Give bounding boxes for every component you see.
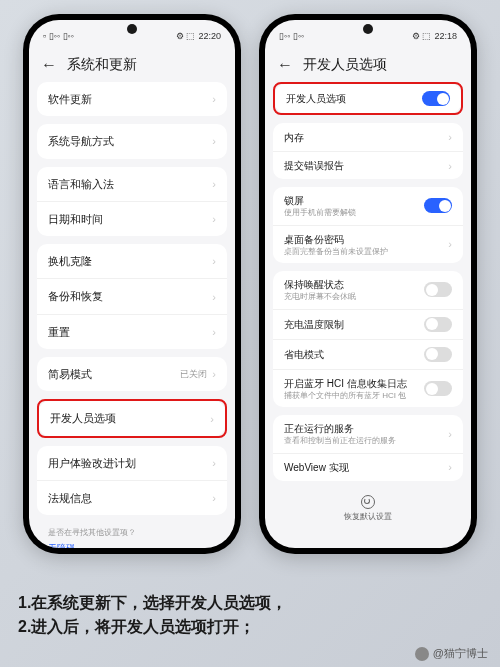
chevron-right-icon: › xyxy=(212,178,216,190)
row-label: 用户体验改进计划 xyxy=(48,456,212,470)
dev-option-row[interactable]: 锁屏使用手机前需要解锁 xyxy=(273,187,463,225)
header: ← 系统和更新 xyxy=(29,48,235,82)
settings-row[interactable]: 开发人员选项› xyxy=(39,401,225,435)
chevron-right-icon: › xyxy=(212,368,216,380)
dev-option-row[interactable]: 桌面备份密码桌面完整备份当前未设置保护› xyxy=(273,225,463,264)
watermark: @猫宁博士 xyxy=(415,646,488,661)
chevron-right-icon: › xyxy=(448,131,452,143)
instruction-line-2: 2.进入后，将开发人员选项打开； xyxy=(18,615,482,639)
settings-row[interactable]: 简易模式已关闭› xyxy=(37,357,227,391)
row-label: 锁屏 xyxy=(284,194,424,207)
status-time: 22:18 xyxy=(434,31,457,41)
instruction-line-1: 1.在系统更新下，选择开发人员选项， xyxy=(18,591,482,615)
status-right: ⚙ ⬚ 22:18 xyxy=(412,31,457,41)
settings-row[interactable]: 语言和输入法› xyxy=(37,167,227,201)
row-label: 桌面备份密码 xyxy=(284,233,448,246)
chevron-right-icon: › xyxy=(448,428,452,440)
developer-options-list: 开发人员选项内存›提交错误报告›锁屏使用手机前需要解锁桌面备份密码桌面完整备份当… xyxy=(265,82,471,548)
row-label: 备份和恢复 xyxy=(48,289,212,303)
row-label: 开发人员选项 xyxy=(50,411,210,425)
row-subtitle: 充电时屏幕不会休眠 xyxy=(284,292,424,302)
chevron-right-icon: › xyxy=(212,213,216,225)
settings-row[interactable]: 备份和恢复› xyxy=(37,278,227,313)
toggle[interactable] xyxy=(424,282,452,297)
camera-icon xyxy=(127,24,137,34)
highlight-box: 开发人员选项› xyxy=(37,399,227,437)
row-label: 内存 xyxy=(284,131,448,144)
settings-row[interactable]: 软件更新› xyxy=(37,82,227,116)
settings-row[interactable]: 日期和时间› xyxy=(37,201,227,236)
dev-option-row[interactable]: 开发人员选项 xyxy=(275,84,461,113)
screen-right: ▯◦◦ ▯◦◦ ⚙ ⬚ 22:18 ← 开发人员选项 开发人员选项内存›提交错误… xyxy=(265,20,471,548)
search-hint: 是否在寻找其他设置项？ xyxy=(37,523,227,540)
chevron-right-icon: › xyxy=(212,255,216,267)
row-label: 系统导航方式 xyxy=(48,134,212,148)
restore-defaults-button[interactable]: 恢复默认设置 xyxy=(273,489,463,528)
chevron-right-icon: › xyxy=(212,93,216,105)
status-right: ⚙ ⬚ 22:20 xyxy=(176,31,221,41)
row-label: 语言和输入法 xyxy=(48,177,212,191)
toggle[interactable] xyxy=(424,198,452,213)
settings-row[interactable]: 系统导航方式› xyxy=(37,124,227,158)
screen-left: ▫ ▯◦◦ ▯◦◦ ⚙ ⬚ 22:20 ← 系统和更新 软件更新›系统导航方式›… xyxy=(29,20,235,548)
row-label: 提交错误报告 xyxy=(284,159,448,172)
chevron-right-icon: › xyxy=(210,413,214,425)
chevron-right-icon: › xyxy=(448,461,452,473)
highlight-box: 开发人员选项 xyxy=(273,82,463,115)
row-label: 保持唤醒状态 xyxy=(284,278,424,291)
dev-option-row[interactable]: 省电模式 xyxy=(273,339,463,369)
phone-left: ▫ ▯◦◦ ▯◦◦ ⚙ ⬚ 22:20 ← 系统和更新 软件更新›系统导航方式›… xyxy=(23,14,241,554)
row-subtitle: 使用手机前需要解锁 xyxy=(284,208,424,218)
row-subtitle: 查看和控制当前正在运行的服务 xyxy=(284,436,448,446)
restore-icon xyxy=(361,495,375,509)
settings-row[interactable]: 法规信息› xyxy=(37,480,227,515)
page-title: 开发人员选项 xyxy=(303,56,387,74)
settings-row[interactable]: 用户体验改进计划› xyxy=(37,446,227,480)
chevron-right-icon: › xyxy=(448,160,452,172)
accessibility-link[interactable]: 无障碍 xyxy=(37,540,227,548)
dev-option-row[interactable]: 充电温度限制 xyxy=(273,309,463,339)
watermark-text: @猫宁博士 xyxy=(433,646,488,661)
dev-option-row[interactable]: 提交错误报告› xyxy=(273,151,463,179)
restore-label: 恢复默认设置 xyxy=(344,511,392,522)
chevron-right-icon: › xyxy=(212,457,216,469)
chevron-right-icon: › xyxy=(448,238,452,250)
watermark-icon xyxy=(415,647,429,661)
back-icon[interactable]: ← xyxy=(277,56,293,74)
status-time: 22:20 xyxy=(198,31,221,41)
row-label: 充电温度限制 xyxy=(284,318,424,331)
phone-right: ▯◦◦ ▯◦◦ ⚙ ⬚ 22:18 ← 开发人员选项 开发人员选项内存›提交错误… xyxy=(259,14,477,554)
row-label: 法规信息 xyxy=(48,491,212,505)
settings-row[interactable]: 重置› xyxy=(37,314,227,349)
toggle[interactable] xyxy=(422,91,450,106)
dev-option-row[interactable]: 开启蓝牙 HCI 信息收集日志捕获单个文件中的所有蓝牙 HCI 包 xyxy=(273,369,463,408)
chevron-right-icon: › xyxy=(212,291,216,303)
row-label: 日期和时间 xyxy=(48,212,212,226)
dev-option-row[interactable]: 内存› xyxy=(273,123,463,151)
row-label: 简易模式 xyxy=(48,367,180,381)
instructions: 1.在系统更新下，选择开发人员选项， 2.进入后，将开发人员选项打开； xyxy=(18,591,482,639)
page-title: 系统和更新 xyxy=(67,56,137,74)
back-icon[interactable]: ← xyxy=(41,56,57,74)
header: ← 开发人员选项 xyxy=(265,48,471,82)
camera-icon xyxy=(363,24,373,34)
row-label: 开启蓝牙 HCI 信息收集日志 xyxy=(284,377,424,390)
status-left: ▯◦◦ ▯◦◦ xyxy=(279,31,304,41)
settings-row[interactable]: 换机克隆› xyxy=(37,244,227,278)
chevron-right-icon: › xyxy=(212,135,216,147)
row-label: 软件更新 xyxy=(48,92,212,106)
toggle[interactable] xyxy=(424,317,452,332)
row-subtitle: 桌面完整备份当前未设置保护 xyxy=(284,247,448,257)
dev-option-row[interactable]: 正在运行的服务查看和控制当前正在运行的服务› xyxy=(273,415,463,453)
dev-option-row[interactable]: WebView 实现› xyxy=(273,453,463,481)
row-label: 省电模式 xyxy=(284,348,424,361)
status-left: ▫ ▯◦◦ ▯◦◦ xyxy=(43,31,74,41)
dev-option-row[interactable]: 保持唤醒状态充电时屏幕不会休眠 xyxy=(273,271,463,309)
toggle[interactable] xyxy=(424,347,452,362)
row-label: 重置 xyxy=(48,325,212,339)
toggle[interactable] xyxy=(424,381,452,396)
row-label: 正在运行的服务 xyxy=(284,422,448,435)
chevron-right-icon: › xyxy=(212,326,216,338)
settings-list: 软件更新›系统导航方式›语言和输入法›日期和时间›换机克隆›备份和恢复›重置›简… xyxy=(29,82,235,548)
row-subtitle: 捕获单个文件中的所有蓝牙 HCI 包 xyxy=(284,391,424,401)
